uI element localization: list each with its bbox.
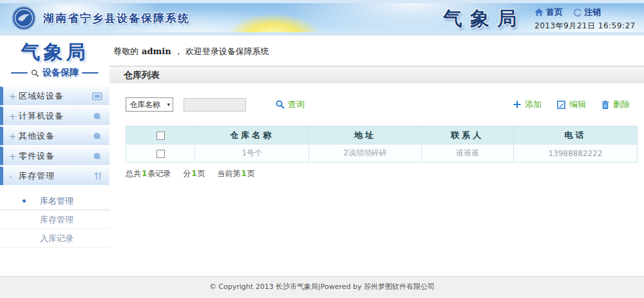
- sidebar-item-label: 库存管理: [19, 170, 55, 182]
- submenu-item-inbound-records[interactable]: 入库记录: [0, 229, 109, 248]
- submenu-label: 库名管理: [40, 196, 73, 206]
- current-page: 当前第1页: [217, 169, 254, 178]
- site-title: 湖南省宁乡县设备保障系统: [43, 11, 190, 26]
- main-content: 尊敬的admin， 欢迎登录设备保障系统 仓库列表 仓库名称 ▾ 查询: [109, 35, 644, 276]
- submenu-item-warehouse-name-management[interactable]: 库名管理: [0, 192, 109, 210]
- warehouse-table: 仓库名称 地址 联系人 电话 1号个 2说琐琐碎碎 谁谁谁 139888822: [126, 126, 638, 163]
- inventory-submenu: 库名管理 库存管理 入库记录: [0, 186, 109, 250]
- filter-field-select[interactable]: 仓库名称 ▾: [126, 97, 173, 112]
- datetime: 2013年9月21日 16:59:27: [535, 21, 638, 32]
- top-nav: 首页 注销 2013年9月21日 16:59:27: [535, 6, 638, 32]
- welcome-username: admin: [142, 46, 171, 56]
- sidebar-item-label: 其他设备: [19, 130, 55, 142]
- total-records: 总共1条记录: [126, 169, 171, 178]
- search-label: 查询: [288, 99, 305, 110]
- chevron-down-icon: ▾: [167, 101, 170, 108]
- select-all-header-cell: [126, 126, 195, 144]
- trash-icon: [601, 101, 609, 109]
- welcome-message: 尊敬的admin， 欢迎登录设备保障系统: [109, 35, 644, 66]
- sidebar-item-label: 计算机设备: [19, 110, 64, 122]
- divider: [82, 72, 99, 74]
- table-header-row: 仓库名称 地址 联系人 电话: [126, 126, 638, 144]
- expand-plus: +: [9, 92, 19, 101]
- add-label: 添加: [525, 99, 542, 110]
- sidebar: 气象局 设备保障 + 区域站设备 + 计算: [0, 35, 109, 276]
- magnifier-icon: [276, 100, 285, 109]
- select-all-checkbox[interactable]: [156, 132, 165, 140]
- warehouse-panel: 仓库名称 ▾ 查询: [109, 83, 644, 179]
- welcome-suffix: ， 欢迎登录设备保障系统: [175, 46, 269, 56]
- selected-option: 仓库名称: [129, 99, 160, 110]
- logout-link[interactable]: 注销: [573, 6, 601, 18]
- pencil-square-icon: [557, 101, 565, 109]
- row-checkbox[interactable]: [156, 150, 165, 158]
- sidebar-item-inventory-management[interactable]: - 库存管理: [0, 166, 109, 185]
- middle-region: 气象局 设备保障 + 区域站设备 + 计算: [0, 35, 644, 276]
- submenu-label: 入库记录: [40, 233, 73, 243]
- plus-icon: [513, 101, 521, 108]
- table-row: 1号个 2说琐琐碎碎 谁谁谁 13988882222: [126, 144, 638, 163]
- chat-bubble-icon: [93, 132, 102, 141]
- divider: [11, 72, 28, 74]
- section-title: 仓库列表: [109, 66, 644, 83]
- sidebar-menu: + 区域站设备 + 计算机设备 + 其他设备: [0, 86, 109, 250]
- delete-label: 删除: [613, 99, 630, 110]
- sidebar-logo-subtitle: 设备保障: [43, 67, 79, 79]
- column-header-warehouse-name: 仓库名称: [195, 126, 309, 144]
- filter-toolbar: 仓库名称 ▾ 查询: [126, 97, 638, 112]
- expand-plus: +: [9, 152, 19, 161]
- cell-address: 2说琐琐碎碎: [309, 144, 422, 163]
- cell-phone: 13988882222: [513, 144, 637, 163]
- top-header: 湖南省宁乡县设备保障系统 气象局 首页 注销 2013年9月21日 16:59:…: [0, 0, 644, 35]
- add-button[interactable]: 添加: [513, 99, 542, 110]
- sidebar-item-computer-equipment[interactable]: + 计算机设备: [0, 106, 109, 125]
- sidebar-logo-subtitle-row: 设备保障: [0, 67, 109, 79]
- edit-button[interactable]: 编辑: [557, 99, 586, 110]
- sidebar-item-other-equipment[interactable]: + 其他设备: [0, 126, 109, 145]
- expand-plus: +: [9, 132, 19, 141]
- monitor-icon: [92, 92, 102, 101]
- logout-label: 注销: [584, 6, 601, 18]
- search-input[interactable]: [184, 98, 246, 112]
- home-label: 首页: [546, 6, 563, 18]
- cell-warehouse-name: 1号个: [195, 144, 309, 163]
- column-header-contact: 联系人: [421, 126, 513, 144]
- page: 湖南省宁乡县设备保障系统 气象局 首页 注销 2013年9月21日 16:59:…: [0, 0, 644, 298]
- total-pages: 分1页: [183, 169, 205, 178]
- search-button[interactable]: 查询: [276, 99, 305, 110]
- brand-title: 气象局: [443, 6, 524, 32]
- cell-contact: 谁谁谁: [421, 144, 513, 163]
- pagination-summary: 总共1条记录 分1页 当前第1页: [126, 168, 638, 179]
- submenu-label: 库存管理: [40, 215, 73, 224]
- magnifier-icon: [31, 69, 39, 77]
- submenu-item-inventory-management[interactable]: 库存管理: [0, 210, 109, 229]
- column-header-address: 地址: [309, 126, 422, 144]
- refresh-c-icon: [573, 8, 582, 17]
- bureau-seal-logo: [12, 6, 36, 30]
- row-checkbox-cell: [126, 144, 195, 163]
- delete-button[interactable]: 删除: [601, 99, 630, 110]
- edit-label: 编辑: [569, 99, 586, 110]
- home-link[interactable]: 首页: [535, 6, 563, 18]
- collapse-minus: -: [9, 172, 19, 181]
- column-header-phone: 电话: [513, 126, 637, 144]
- expand-plus: +: [9, 112, 19, 121]
- table-actions: 添加 编辑 删除: [513, 99, 638, 110]
- home-icon: [535, 8, 544, 16]
- footer-copyright: © Copyright 2013 长沙市气象局|Powered by 苏州梦图软…: [0, 276, 644, 298]
- welcome-prefix: 尊敬的: [113, 46, 138, 56]
- chat-bubble-icon: [93, 112, 102, 121]
- sidebar-logo-title: 气象局: [0, 39, 109, 66]
- sidebar-item-label: 零件设备: [19, 150, 55, 162]
- tools-icon: [94, 172, 102, 181]
- sidebar-item-parts-equipment[interactable]: + 零件设备: [0, 146, 109, 165]
- sidebar-item-label: 区域站设备: [19, 90, 64, 102]
- sidebar-item-region-station-equipment[interactable]: + 区域站设备: [0, 86, 109, 105]
- chat-bubble-icon: [93, 152, 102, 161]
